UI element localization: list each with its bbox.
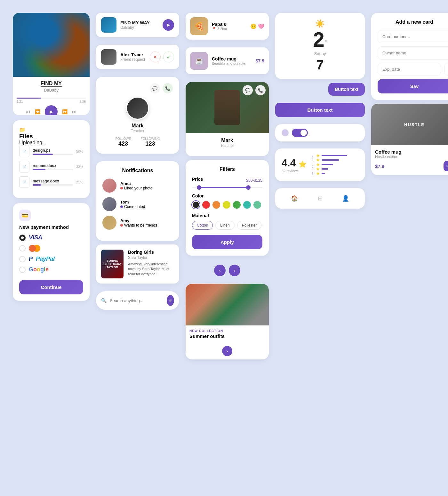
payment-option-visa[interactable]: VISA: [19, 234, 83, 241]
button-text-full[interactable]: Button text: [275, 103, 365, 117]
like-icons: 😶 🩷: [250, 23, 264, 29]
toggle-off-indicator: [282, 129, 289, 136]
product-info: Coffee mug Beautiful and durable: [212, 56, 252, 65]
color-green[interactable]: [233, 201, 241, 209]
nav-profile-icon[interactable]: 👤: [340, 193, 351, 204]
notification-item: Anna Liked your photo: [102, 179, 173, 193]
progress-bar[interactable]: [17, 98, 86, 99]
radio-visa[interactable]: [19, 235, 26, 241]
save-card-button[interactable]: Sav: [378, 79, 448, 93]
continue-button[interactable]: Continue: [19, 280, 83, 294]
file-name: resume.docx: [33, 164, 73, 168]
next-button[interactable]: ›: [229, 265, 240, 276]
rating-number: 4.4: [282, 157, 296, 169]
color-red[interactable]: [202, 201, 210, 209]
file-progress: [33, 169, 45, 170]
skip-back-button[interactable]: ⏮: [26, 109, 30, 114]
collection-badge: NEW COLLECTION: [189, 329, 265, 333]
artist-name: DaBaby: [18, 88, 84, 92]
color-black[interactable]: [192, 201, 200, 209]
file-item: 📄 resume.docx 32%: [19, 161, 83, 172]
following-label: FOLLOWING: [140, 137, 160, 140]
accept-button[interactable]: ✓: [163, 52, 174, 62]
price-range-slider[interactable]: [192, 187, 262, 188]
exp-date-input[interactable]: [378, 63, 441, 76]
emoji-icon: 😶: [250, 23, 257, 29]
collection-card: NEW COLLECTION Summer outfits ›: [186, 284, 269, 359]
color-label: Color: [192, 193, 262, 198]
apply-button[interactable]: Apply: [192, 235, 262, 249]
google-label: Google: [29, 266, 49, 273]
friend-info: Alex Traier Friend request: [120, 52, 146, 62]
rewind-button[interactable]: ⏪: [35, 109, 40, 114]
owner-name-input[interactable]: [378, 46, 448, 60]
material-polyester[interactable]: Poliester: [237, 221, 262, 230]
product-name: Coffee mug: [212, 56, 252, 61]
card-number-input[interactable]: [378, 30, 448, 43]
profile-card: 💬 📞 Mark Teacher FOLLOWS 423 FOLLOWING 1…: [96, 77, 179, 154]
color-teal[interactable]: [243, 201, 251, 209]
track-play-button[interactable]: ▶: [163, 19, 174, 31]
food-card: 🍕 Papa's 📍 3.2km 😶 🩷: [186, 13, 269, 40]
fast-forward-button[interactable]: ⏩: [62, 109, 68, 114]
phone-icon[interactable]: 📞: [255, 85, 266, 95]
nav-home-icon[interactable]: 🏠: [289, 193, 300, 204]
collection-cta: ›: [186, 343, 269, 359]
filters-title: Filters: [192, 166, 262, 172]
message-icon[interactable]: 💬: [243, 85, 253, 95]
search-submit-button[interactable]: #: [167, 295, 174, 306]
friend-avatar: [101, 49, 116, 65]
range-thumb-right[interactable]: [246, 185, 251, 190]
collection-explore-button[interactable]: ›: [222, 346, 232, 356]
request-actions: ✕ ✓: [150, 52, 174, 62]
book-title: Boring Girls: [128, 250, 174, 255]
file-info: resume.docx: [33, 164, 73, 170]
payment-option-mastercard[interactable]: [19, 245, 83, 252]
food-info: Papa's 📍 3.2km: [212, 22, 246, 31]
play-pause-button[interactable]: ▶: [45, 105, 58, 115]
payment-title: New payment method: [19, 224, 83, 230]
cvc-input[interactable]: [444, 63, 448, 76]
bar-label-2: 2: [312, 167, 314, 171]
skip-forward-button[interactable]: ⏭: [72, 109, 76, 114]
file-doc-icon: 📄: [19, 161, 29, 172]
search-input[interactable]: [110, 298, 164, 303]
button-text-sm[interactable]: Button text: [328, 83, 365, 96]
range-thumb-left[interactable]: [197, 185, 201, 190]
album-cover: [13, 13, 90, 77]
notification-item: Amy Wants to be friends: [102, 216, 173, 230]
book-author: Sara Taylor: [128, 255, 174, 260]
phone-icon[interactable]: 📞: [163, 83, 173, 93]
payment-option-paypal[interactable]: P PayPal: [19, 256, 83, 262]
nav-grid-icon[interactable]: ⊞: [314, 193, 326, 204]
material-linen[interactable]: Linen: [215, 221, 234, 230]
color-yellow[interactable]: [223, 201, 230, 209]
payment-option-google[interactable]: Google: [19, 266, 83, 273]
add-card-form: Add a new card Sav: [371, 13, 448, 100]
file-progress: [33, 184, 41, 186]
star-icon: ⭐: [316, 167, 320, 171]
notif-name: Anna: [120, 181, 153, 186]
radio-paypal[interactable]: [19, 256, 26, 262]
decline-button[interactable]: ✕: [150, 52, 161, 62]
bar-1: [322, 173, 325, 174]
add-to-cart-button[interactable]: 🛒: [444, 161, 448, 171]
music-player-card: FIND MY DaBaby 1:21 -2:36 ⏮ ⏪ ▶ ⏩ ⏭: [13, 13, 90, 115]
profile-photo-info: Mark Teacher: [186, 133, 269, 156]
notif-dot: [120, 224, 123, 227]
add-card-title: Add a new card: [378, 19, 448, 25]
radio-mastercard[interactable]: [19, 245, 26, 252]
color-dark-teal[interactable]: [253, 201, 261, 209]
toggle-switch[interactable]: [292, 129, 308, 137]
file-doc-icon: 📄: [19, 176, 29, 188]
material-cotton[interactable]: Cotton: [192, 221, 213, 230]
profile-photo-title: Teacher: [190, 143, 264, 148]
bar-label-1: 1: [312, 172, 314, 175]
hustle-product-sub: Hustle edition: [375, 155, 448, 159]
prev-button[interactable]: ‹: [214, 265, 226, 276]
radio-google[interactable]: [19, 267, 26, 273]
message-icon[interactable]: 💬: [150, 83, 160, 93]
color-orange[interactable]: [212, 201, 220, 209]
book-cover: BORING GIRLS SARA TAYLOR: [101, 250, 124, 278]
notifications-title: Notifications: [102, 168, 173, 173]
